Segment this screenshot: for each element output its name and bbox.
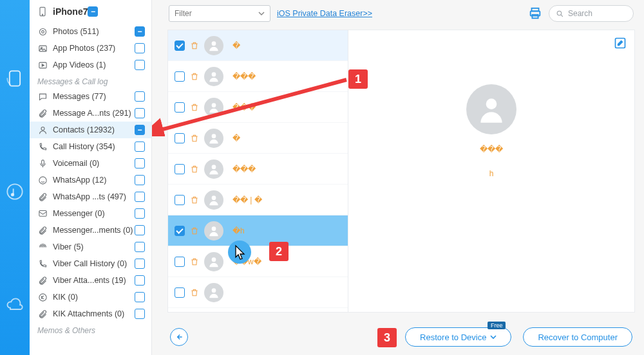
sidebar-item[interactable]: Messenger (0) bbox=[30, 205, 151, 222]
rail-phone-icon[interactable] bbox=[6, 69, 24, 87]
sidebar-item-checkbox[interactable] bbox=[135, 141, 145, 152]
trash-icon[interactable] bbox=[190, 195, 199, 205]
filter-dropdown[interactable]: Filter bbox=[169, 5, 270, 22]
contact-row[interactable]: � bbox=[168, 123, 348, 154]
sidebar-item[interactable]: Viber Atta...ents (19) bbox=[30, 272, 151, 289]
rail-music-icon[interactable] bbox=[6, 183, 24, 201]
trash-icon[interactable] bbox=[190, 257, 199, 267]
trash-icon[interactable] bbox=[190, 226, 199, 236]
sidebar-item-label: Call History (354) bbox=[53, 142, 135, 151]
device-row[interactable]: iPhone7 bbox=[30, 0, 151, 23]
contact-avatar bbox=[204, 283, 223, 302]
row-checkbox[interactable] bbox=[175, 71, 185, 82]
contact-row[interactable]: ��w� bbox=[168, 246, 348, 277]
trash-icon[interactable] bbox=[190, 164, 199, 174]
row-checkbox[interactable] bbox=[175, 257, 185, 267]
device-checkbox[interactable] bbox=[88, 6, 98, 17]
sidebar-item-label: Viber Atta...ents (19) bbox=[53, 276, 135, 285]
sidebar-item-checkbox[interactable] bbox=[135, 225, 145, 235]
clip-icon bbox=[37, 192, 48, 202]
sidebar-item-checkbox[interactable] bbox=[135, 175, 145, 185]
clip-icon bbox=[37, 225, 48, 235]
sidebar-item-checkbox[interactable] bbox=[135, 208, 145, 219]
sidebar-item-label: Message A...nts (291) bbox=[53, 109, 135, 118]
contact-name: � bbox=[232, 134, 240, 143]
svg-point-27 bbox=[212, 288, 216, 293]
trash-icon[interactable] bbox=[190, 102, 199, 113]
contact-avatar bbox=[204, 190, 223, 210]
sidebar-item[interactable]: Call History (354) bbox=[30, 138, 151, 155]
trash-icon[interactable] bbox=[190, 287, 199, 298]
sidebar-item[interactable]: WhatsApp ...ts (497) bbox=[30, 188, 151, 205]
row-checkbox[interactable] bbox=[175, 41, 185, 51]
sidebar-item[interactable]: Messages (77) bbox=[30, 88, 151, 105]
sidebar-item[interactable]: Viber Call History (0) bbox=[30, 255, 151, 272]
svg-point-24 bbox=[212, 196, 216, 200]
sidebar-item-checkbox[interactable] bbox=[135, 259, 145, 269]
trash-icon[interactable] bbox=[190, 71, 199, 82]
row-checkbox[interactable] bbox=[175, 102, 185, 113]
contact-row[interactable]: � bbox=[168, 30, 348, 61]
contact-row[interactable] bbox=[168, 277, 348, 308]
row-checkbox[interactable] bbox=[175, 226, 185, 236]
sidebar-item-label: Photos (511) bbox=[53, 27, 135, 36]
trash-icon[interactable] bbox=[190, 41, 199, 51]
sidebar-item-checkbox[interactable] bbox=[135, 309, 145, 319]
sidebar-item-checkbox[interactable] bbox=[135, 108, 145, 118]
sidebar-item[interactable]: Voicemail (0) bbox=[30, 155, 151, 172]
trash-icon[interactable] bbox=[190, 133, 199, 143]
sidebar-item[interactable]: Viber (5) bbox=[30, 239, 151, 255]
print-icon[interactable] bbox=[528, 6, 542, 21]
back-button[interactable] bbox=[170, 328, 188, 346]
sidebar-item-label: WhatsApp (12) bbox=[53, 176, 135, 185]
viber-icon bbox=[37, 242, 48, 252]
svg-point-21 bbox=[212, 103, 216, 107]
sidebar-item[interactable]: KIK Attachments (0) bbox=[30, 305, 151, 322]
sidebar-item-label: Messenger...ments (0) bbox=[53, 226, 135, 235]
sidebar-item[interactable]: App Photos (237) bbox=[30, 40, 151, 57]
sidebar-item[interactable]: Photos (511) bbox=[30, 23, 151, 40]
contact-row[interactable]: ��� bbox=[168, 61, 348, 92]
sidebar-item-checkbox[interactable] bbox=[135, 43, 145, 53]
sidebar-item[interactable]: WhatsApp (12) bbox=[30, 172, 151, 188]
search-input[interactable]: Search bbox=[549, 5, 634, 22]
sidebar-item[interactable]: App Videos (1) bbox=[30, 57, 151, 73]
recover-to-computer-button[interactable]: Recover to Computer bbox=[523, 327, 632, 347]
contact-avatar bbox=[204, 36, 223, 55]
contact-avatar bbox=[204, 221, 223, 241]
sidebar-item-checkbox[interactable] bbox=[135, 192, 145, 202]
svg-point-26 bbox=[212, 257, 216, 262]
contact-row[interactable]: ��� bbox=[168, 92, 348, 123]
contact-row[interactable]: ��� bbox=[168, 154, 348, 185]
sidebar-item-checkbox[interactable] bbox=[135, 26, 145, 37]
contact-row[interactable]: �h bbox=[168, 215, 348, 246]
sidebar-item-checkbox[interactable] bbox=[135, 158, 145, 168]
sidebar-item[interactable]: Messenger...ments (0) bbox=[30, 222, 151, 239]
sidebar-item[interactable]: KIK (0) bbox=[30, 289, 151, 305]
ios-private-data-link[interactable]: iOS Private Data Eraser>> bbox=[277, 9, 372, 18]
row-checkbox[interactable] bbox=[175, 164, 185, 174]
filter-label: Filter bbox=[175, 9, 192, 18]
sidebar-item-label: Contacts (12932) bbox=[53, 125, 135, 134]
sidebar-item[interactable]: Message A...nts (291) bbox=[30, 105, 151, 122]
contact-icon bbox=[37, 125, 48, 135]
sidebar-item[interactable]: Contacts (12932) bbox=[30, 122, 151, 138]
sidebar-item-checkbox[interactable] bbox=[135, 242, 145, 252]
sidebar-item-checkbox[interactable] bbox=[135, 91, 145, 102]
svg-point-1 bbox=[7, 184, 22, 199]
contact-row[interactable]: �� | � bbox=[168, 185, 348, 215]
row-checkbox[interactable] bbox=[175, 133, 185, 143]
sidebar-item-checkbox[interactable] bbox=[135, 60, 145, 70]
edit-icon[interactable] bbox=[614, 37, 627, 51]
rail-cloud-icon[interactable] bbox=[6, 296, 24, 314]
vmail-icon bbox=[37, 158, 48, 168]
appphoto-icon bbox=[37, 43, 48, 53]
sidebar-item-checkbox[interactable] bbox=[135, 125, 145, 135]
row-checkbox[interactable] bbox=[175, 287, 185, 298]
sidebar-item-checkbox[interactable] bbox=[135, 275, 145, 286]
sidebar-item-checkbox[interactable] bbox=[135, 292, 145, 302]
restore-to-device-button[interactable]: Free Restore to Device bbox=[405, 327, 511, 347]
contact-name: ��� bbox=[232, 165, 256, 174]
sidebar-item-label: Messenger (0) bbox=[53, 209, 135, 218]
row-checkbox[interactable] bbox=[175, 195, 185, 205]
